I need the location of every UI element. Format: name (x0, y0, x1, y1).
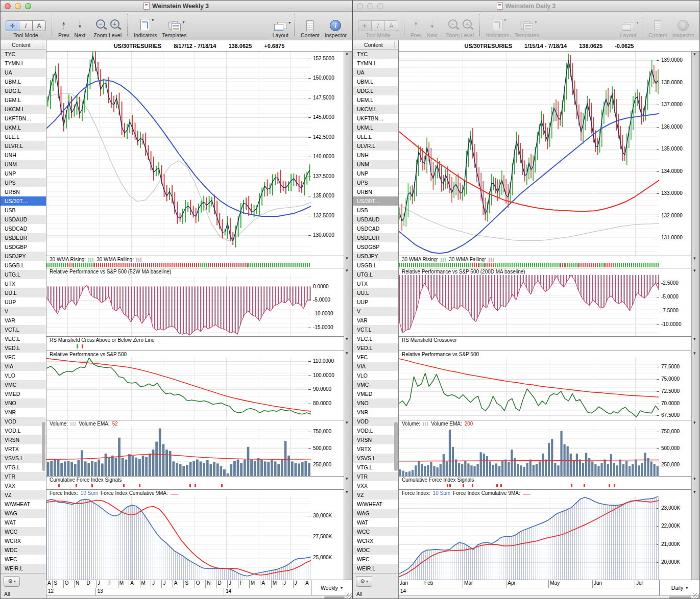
panel-dropdown-caret-icon[interactable]: ▾ (693, 337, 696, 341)
sidebar-item-usdjpy[interactable]: USDJPY (353, 252, 398, 261)
sidebar-item-weir-l[interactable]: WEIR.L (1, 564, 46, 573)
sidebar-item-uu-l[interactable]: UU.L (353, 288, 398, 297)
sidebar-item-vec-l[interactable]: VEC.L (1, 334, 46, 343)
price-chart-canvas[interactable] (46, 52, 311, 256)
minimize-button[interactable] (367, 3, 373, 9)
sidebar-item-ulvr-l[interactable]: ULVR.L (1, 141, 46, 151)
volume-canvas[interactable] (46, 427, 311, 476)
force-index-canvas[interactable] (399, 496, 659, 580)
sidebar-item-usdeur[interactable]: USDEUR (1, 233, 46, 242)
indicators-button[interactable]: ▾Indicators (134, 19, 157, 38)
sidebar-item-vct-l[interactable]: VCT.L (353, 325, 398, 334)
sidebar-item-tymn-l[interactable]: TYMN.L (353, 59, 398, 68)
inspector-button[interactable]: iInspector (672, 20, 694, 38)
sidebar-item-wag[interactable]: WAG (1, 509, 46, 518)
sidebar-item-usb[interactable]: USB (353, 206, 398, 215)
sidebar-item-vrtx[interactable]: VRTX (353, 444, 398, 454)
resize-grip-icon[interactable] (346, 593, 352, 599)
sidebar-item-vmc[interactable]: VMC (1, 380, 46, 389)
sidebar-item-usdgbp[interactable]: USDGBP (1, 242, 46, 252)
sidebar-item-vtg-l[interactable]: VTG.L (353, 463, 398, 472)
panel-dropdown-caret-icon[interactable]: ▾ (346, 256, 348, 261)
sidebar-item-uem-l[interactable]: UEM.L (353, 95, 398, 105)
text-tool-button[interactable]: A (384, 20, 398, 31)
zoom-button[interactable] (377, 3, 383, 9)
sidebar-scrollbar-thumb[interactable] (394, 422, 398, 471)
sidebar-item-vmed[interactable]: VMED (1, 389, 46, 398)
sidebar-item-wcrx[interactable]: WCRX (353, 536, 398, 545)
prev-button[interactable]: ▲⋮Prev (58, 19, 69, 38)
sidebar-item-urbn[interactable]: URBN (353, 187, 398, 196)
sidebar-item-uup[interactable]: UUP (1, 297, 46, 307)
sidebar-item-vrtx[interactable]: VRTX (1, 444, 46, 454)
titlebar[interactable]: Weinstein Weekly 3 (1, 1, 352, 12)
sidebar-item-usgb-l[interactable]: USGB.L (1, 261, 46, 270)
next-button[interactable]: ⋮▼Next (75, 19, 86, 38)
next-button[interactable]: ⋮▼Next (427, 19, 438, 38)
sidebar-item-vod[interactable]: VOD (353, 417, 398, 426)
sidebar-item-vlo[interactable]: VLO (1, 371, 46, 380)
sidebar-item-uu-l[interactable]: UU.L (1, 288, 46, 297)
zoom-out-icon[interactable]: − (96, 19, 105, 29)
prev-button[interactable]: ▲⋮Prev (411, 19, 422, 38)
sidebar-item-udg-l[interactable]: UDG.L (1, 86, 46, 95)
sidebar-item-usdcad[interactable]: USDCAD (353, 224, 398, 233)
sidebar-item-ua[interactable]: UA (353, 68, 398, 77)
sidebar-item-usdeur[interactable]: USDEUR (353, 233, 398, 242)
relative-performance-baseline-canvas[interactable] (46, 275, 311, 336)
sidebar-item-usdjpy[interactable]: USDJPY (1, 252, 46, 261)
sidebar-item-usgb-l[interactable]: USGB.L (353, 261, 398, 270)
sidebar-item-unh[interactable]: UNH (353, 151, 398, 160)
sidebar-item-usdaud[interactable]: USDAUD (1, 215, 46, 224)
panel-dropdown-caret-icon[interactable]: ▾ (346, 337, 348, 341)
sidebar-item-wcrx[interactable]: WCRX (1, 536, 46, 545)
sidebar-item-vrsn[interactable]: VRSN (1, 435, 46, 444)
sidebar-item-ule-l[interactable]: ULE.L (353, 132, 398, 141)
sidebar-item-ups[interactable]: UPS (353, 178, 398, 187)
volume-canvas[interactable] (399, 427, 659, 476)
sidebar-item-w-wheat[interactable]: W/WHEAT (353, 500, 398, 509)
panel-dropdown-caret-icon[interactable]: ▾ (693, 52, 696, 57)
sidebar-item-vsvs-l[interactable]: VSVS.L (1, 454, 46, 463)
sidebar-item-utg-l[interactable]: UTG.L (1, 270, 46, 279)
sidebar-item-wag[interactable]: WAG (353, 509, 398, 518)
panel-dropdown-caret-icon[interactable]: ▾ (693, 351, 696, 356)
line-tool-button[interactable]: / (19, 20, 33, 31)
panel-dropdown-caret-icon[interactable]: ▾ (346, 351, 348, 356)
sidebar-item-uem-l[interactable]: UEM.L (1, 95, 46, 105)
close-button[interactable] (357, 3, 363, 9)
indicators-button[interactable]: ▾Indicators (486, 19, 510, 38)
sidebar-item-ved-l[interactable]: VED.L (1, 343, 46, 353)
sidebar-item-vfc[interactable]: VFC (1, 353, 46, 362)
sidebar-item-uup[interactable]: UUP (353, 297, 398, 307)
sidebar-scrollbar-thumb[interactable] (42, 422, 45, 471)
sidebar-item-usdcad[interactable]: USDCAD (1, 224, 46, 233)
panel-dropdown-caret-icon[interactable]: ▾ (693, 477, 696, 481)
panel-dropdown-caret-icon[interactable]: ▾ (693, 268, 696, 273)
sidebar-item-vsvs-l[interactable]: VSVS.L (353, 454, 398, 463)
templates-button[interactable]: ▾Templates (515, 21, 539, 38)
sidebar-item-vnr[interactable]: VNR (1, 408, 46, 417)
force-index-canvas[interactable] (46, 496, 311, 580)
titlebar[interactable]: Weinstein Daily 3 (353, 1, 699, 12)
sidebar-item-ups[interactable]: UPS (1, 178, 46, 187)
sidebar-item-vfc[interactable]: VFC (353, 353, 398, 362)
sidebar-item-wec[interactable]: WEC (353, 555, 398, 564)
sidebar-item-vxx[interactable]: VXX (1, 481, 46, 490)
sidebar-item-udg-l[interactable]: UDG.L (353, 86, 398, 95)
zoom-in-icon[interactable]: + (110, 19, 119, 29)
sidebar-item-ulvr-l[interactable]: ULVR.L (353, 141, 398, 151)
sidebar-item-unm[interactable]: UNM (1, 160, 46, 169)
text-tool-button[interactable]: A (32, 20, 46, 31)
relative-performance-canvas[interactable] (46, 358, 311, 420)
sidebar-item-vz[interactable]: VZ (1, 490, 46, 500)
sidebar-item-ukm-l[interactable]: UKM.L (1, 123, 46, 132)
sidebar-item-ukftbn-[interactable]: UKFTBN… (1, 114, 46, 123)
layout-button[interactable]: ▾Layout (272, 22, 288, 38)
sidebar-item-vz[interactable]: VZ (353, 490, 398, 500)
panel-scroll-strip[interactable]: ▾▾▾▾▾▾▾▾ (344, 52, 352, 580)
sidebar-item-wdc[interactable]: WDC (353, 545, 398, 555)
sidebar-item-usb[interactable]: USB (1, 206, 46, 215)
panel-scroll-strip[interactable]: ▾▾▾▾▾▾▾▾ (691, 52, 699, 580)
sidebar-item-v[interactable]: V (353, 307, 398, 316)
